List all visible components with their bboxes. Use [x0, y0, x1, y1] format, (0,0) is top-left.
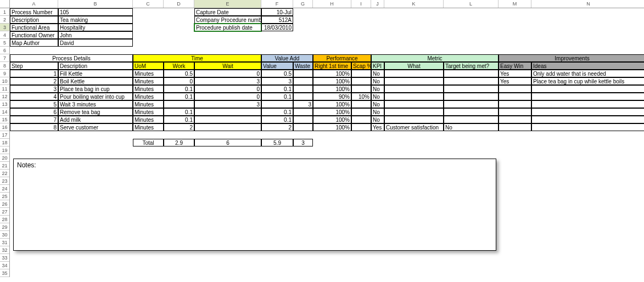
value-processNumber[interactable]: 105	[58, 8, 133, 16]
cell-value-9[interactable]: 0.5	[261, 70, 293, 77]
row-header-16[interactable]: 16	[0, 123, 9, 131]
column-header-H[interactable]: H	[313, 0, 351, 8]
cell-kpi-16[interactable]: Yes	[371, 123, 384, 131]
cell-waste-14[interactable]	[293, 108, 313, 116]
cell-uom-13[interactable]: Minutes	[133, 100, 164, 108]
row-header-27[interactable]: 27	[0, 208, 9, 216]
select-all-box[interactable]	[0, 0, 10, 8]
cell-scrap-14[interactable]	[351, 108, 371, 116]
row-header-23[interactable]: 23	[0, 177, 9, 185]
cell-wait-9[interactable]: 0	[194, 70, 261, 77]
column-header-I[interactable]: I	[351, 0, 371, 8]
value-mapAuthor[interactable]: David	[58, 39, 133, 47]
cell-waste-15[interactable]	[293, 116, 313, 123]
cell-target-11[interactable]	[444, 85, 499, 93]
cell-easy-14[interactable]	[499, 108, 531, 116]
cell-uom-14[interactable]: Minutes	[133, 108, 164, 116]
cell-kpi-9[interactable]: No	[371, 70, 384, 77]
cell-ideas-11[interactable]	[531, 85, 644, 93]
value-functionalOwner[interactable]: John	[58, 31, 133, 39]
cell-ideas-10[interactable]: Place tea bag in cup while kettle boils	[531, 77, 644, 85]
value-publishDate[interactable]: 18/03/2010	[261, 24, 293, 31]
cell-waste-12[interactable]	[293, 93, 313, 100]
cell-work-12[interactable]: 0.1	[164, 93, 194, 100]
row-header-35[interactable]: 35	[0, 269, 9, 277]
cell-easy-9[interactable]: Yes	[499, 70, 531, 77]
row-header-7[interactable]: 7	[0, 54, 9, 62]
row-header-14[interactable]: 14	[0, 108, 9, 116]
row-header-28[interactable]: 28	[0, 216, 9, 223]
cell-uom-12[interactable]: Minutes	[133, 93, 164, 100]
cell-target-16[interactable]: No	[444, 123, 499, 131]
row-header-22[interactable]: 22	[0, 170, 9, 177]
cell-waste-13[interactable]: 3	[293, 100, 313, 108]
cell-easy-10[interactable]: Yes	[499, 77, 531, 85]
cell-kpi-12[interactable]: No	[371, 93, 384, 100]
cell-waste-11[interactable]	[293, 85, 313, 93]
row-header-15[interactable]: 15	[0, 116, 9, 123]
cell-wait-11[interactable]: 0	[194, 85, 261, 93]
cell-easy-12[interactable]	[499, 93, 531, 100]
cell-what-11[interactable]	[384, 85, 444, 93]
cell-right-14[interactable]: 100%	[313, 108, 351, 116]
cell-uom-15[interactable]: Minutes	[133, 116, 164, 123]
row-header-24[interactable]: 24	[0, 185, 9, 193]
cell-work-10[interactable]: 0	[164, 77, 194, 85]
cell-kpi-10[interactable]: No	[371, 77, 384, 85]
cell-step-10[interactable]: 2	[10, 77, 58, 85]
cell-ideas-16[interactable]	[531, 123, 644, 131]
cell-wait-14[interactable]	[194, 108, 261, 116]
cell-scrap-11[interactable]	[351, 85, 371, 93]
row-header-20[interactable]: 20	[0, 154, 9, 162]
row-header-25[interactable]: 25	[0, 193, 9, 200]
row-header-10[interactable]: 10	[0, 77, 9, 85]
row-header-12[interactable]: 12	[0, 93, 9, 100]
cell-value-10[interactable]: 3	[261, 77, 293, 85]
cell-right-11[interactable]: 100%	[313, 85, 351, 93]
cell-what-14[interactable]	[384, 108, 444, 116]
cell-uom-9[interactable]: Minutes	[133, 70, 164, 77]
cell-target-10[interactable]	[444, 77, 499, 85]
cell-desc-11[interactable]: Place tea bag in cup	[58, 85, 133, 93]
column-header-N[interactable]: N	[531, 0, 644, 8]
cell-right-13[interactable]: 100%	[313, 100, 351, 108]
cell-value-12[interactable]: 0.1	[261, 93, 293, 100]
cell-easy-15[interactable]	[499, 116, 531, 123]
cell-what-13[interactable]	[384, 100, 444, 108]
cell-kpi-11[interactable]: No	[371, 85, 384, 93]
column-header-G[interactable]: G	[293, 0, 313, 8]
cell-wait-15[interactable]	[194, 116, 261, 123]
cell-kpi-15[interactable]: No	[371, 116, 384, 123]
cell-kpi-13[interactable]: No	[371, 100, 384, 108]
cell-desc-16[interactable]: Serve customer	[58, 123, 133, 131]
cell-right-10[interactable]: 100%	[313, 77, 351, 85]
cell-right-12[interactable]: 90%	[313, 93, 351, 100]
cell-desc-14[interactable]: Remove tea bag	[58, 108, 133, 116]
cell-waste-9[interactable]	[293, 70, 313, 77]
row-header-26[interactable]: 26	[0, 200, 9, 208]
cell-ideas-14[interactable]	[531, 108, 644, 116]
row-header-11[interactable]: 11	[0, 85, 9, 93]
cell-step-13[interactable]: 5	[10, 100, 58, 108]
column-header-D[interactable]: D	[164, 0, 194, 8]
cell-value-14[interactable]: 0.1	[261, 108, 293, 116]
cell-right-15[interactable]: 100%	[313, 116, 351, 123]
cell-scrap-16[interactable]	[351, 123, 371, 131]
notes-box[interactable]: Notes:	[13, 159, 496, 251]
row-header-9[interactable]: 9	[0, 70, 9, 77]
cell-uom-11[interactable]: Minutes	[133, 85, 164, 93]
column-header-C[interactable]: C	[133, 0, 164, 8]
cell-ideas-15[interactable]	[531, 116, 644, 123]
row-header-8[interactable]: 8	[0, 62, 9, 70]
cell-target-14[interactable]	[444, 108, 499, 116]
column-header-M[interactable]: M	[499, 0, 531, 8]
cell-what-10[interactable]	[384, 77, 444, 85]
column-header-A[interactable]: A	[10, 0, 58, 8]
cell-desc-10[interactable]: Boil Kettle	[58, 77, 133, 85]
cell-what-12[interactable]	[384, 93, 444, 100]
row-header-13[interactable]: 13	[0, 100, 9, 108]
cell-kpi-14[interactable]: No	[371, 108, 384, 116]
row-header-3[interactable]: 3	[0, 24, 9, 31]
cell-target-15[interactable]	[444, 116, 499, 123]
row-header-32[interactable]: 32	[0, 246, 9, 254]
